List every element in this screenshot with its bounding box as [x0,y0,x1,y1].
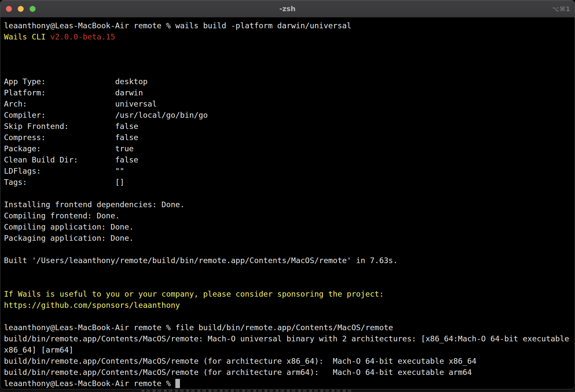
screen: { "window": { "title": "-zsh", "shortcut… [0,0,575,392]
terminal-text-segment: leaanthony@Leas-MacBook-Air remote % fil… [4,323,393,332]
terminal-line [4,65,573,76]
terminal-line: Compiling application: Done. [4,221,573,233]
terminal-text-segment: build/bin/remote.app/Contents/MacOS/remo… [4,334,569,343]
terminal-text-segment: Package: true [4,144,134,153]
terminal-line: leaanthony@Leas-MacBook-Air remote % [4,378,573,389]
terminal-line [4,42,573,54]
traffic-lights [6,0,36,17]
tab-shortcut-hint: ⌥⌘1 [552,5,570,12]
terminal-text-segment: https://github.com/sponsors/leaanthony [4,301,180,310]
terminal-text-segment: If Wails is useful to you or your compan… [4,289,384,299]
terminal-line: build/bin/remote.app/Contents/MacOS/remo… [4,333,573,344]
terminal-line: Skip Frontend: false [4,121,573,132]
terminal-line [4,277,573,288]
terminal-text-segment: Arch: universal [4,99,157,109]
terminal-line: build/bin/remote.app/Contents/MacOS/remo… [4,367,573,378]
terminal-line: leaanthony@Leas-MacBook-Air remote % wai… [4,20,573,31]
terminal-line: LDFlags: "" [4,165,573,177]
terminal-text-segment: x86_64] [arm64] [4,345,73,355]
terminal-line: Arch: universal [4,98,573,110]
terminal-text-segment: Compiling frontend: Done. [4,211,120,220]
terminal-text-segment: Built '/Users/leaanthony/remote/build/bi… [4,256,398,265]
terminal-text-segment: Wails CLI [4,32,50,41]
terminal-line: build/bin/remote.app/Contents/MacOS/remo… [4,355,573,367]
terminal-line: Compiler: /usr/local/go/bin/go [4,110,573,121]
window-title: -zsh [0,5,575,13]
terminal-line: x86_64] [arm64] [4,344,573,355]
terminal-line: App Type: desktop [4,76,573,87]
terminal-text-segment: Compiler: /usr/local/go/bin/go [4,110,208,120]
terminal-text-segment: leaanthony@Leas-MacBook-Air remote % [4,379,175,388]
terminal-text-segment: Platform: darwin [4,88,143,97]
terminal-cursor [175,379,180,388]
terminal-line: Package: true [4,143,573,154]
terminal-text-segment: Clean Build Dir: false [4,155,138,164]
terminal-text-segment: leaanthony@Leas-MacBook-Air remote % wai… [4,21,351,30]
terminal-text-segment: Compress: false [4,133,138,142]
terminal-line: Tags: [] [4,177,573,188]
terminal-text-segment: build/bin/remote.app/Contents/MacOS/remo… [4,356,476,366]
terminal-line: Compress: false [4,132,573,143]
titlebar[interactable]: -zsh ⌥⌘1 [0,0,575,17]
terminal-line [4,188,573,199]
terminal-line: leaanthony@Leas-MacBook-Air remote % fil… [4,322,573,333]
terminal-text-segment: LDFlags: "" [4,166,124,176]
terminal-line: Packaging application: Done. [4,233,573,244]
terminal-output[interactable]: leaanthony@Leas-MacBook-Air remote % wai… [0,17,575,389]
terminal-line: Platform: darwin [4,87,573,98]
minimize-button[interactable] [18,6,24,12]
terminal-line [4,311,573,322]
terminal-text-segment: Packaging application: Done. [4,233,134,243]
terminal-text-segment: Installing frontend dependencies: Done. [4,200,185,209]
terminal-line: Installing frontend dependencies: Done. [4,199,573,210]
terminal-text-segment: App Type: desktop [4,77,148,86]
terminal-line [4,244,573,255]
terminal-text-segment: v2.0.0-beta.15 [50,32,115,41]
close-button[interactable] [6,6,12,12]
terminal-line: https://github.com/sponsors/leaanthony [4,300,573,311]
terminal-text-segment: Compiling application: Done. [4,222,134,232]
terminal-text-segment: Tags: [] [4,178,124,187]
terminal-line: If Wails is useful to you or your compan… [4,288,573,300]
terminal-window: -zsh ⌥⌘1 leaanthony@Leas-MacBook-Air rem… [0,0,575,389]
background-window-text-fragments [141,390,352,392]
terminal-line [4,266,573,277]
terminal-line: Built '/Users/leaanthony/remote/build/bi… [4,255,573,266]
terminal-text-segment: Skip Frontend: false [4,122,138,131]
zoom-button[interactable] [30,6,36,12]
terminal-line: Clean Build Dir: false [4,154,573,165]
terminal-line: Compiling frontend: Done. [4,210,573,221]
terminal-line: Wails CLI v2.0.0-beta.15 [4,31,573,42]
terminal-text-segment: build/bin/remote.app/Contents/MacOS/remo… [4,368,472,377]
terminal-line [4,54,573,65]
